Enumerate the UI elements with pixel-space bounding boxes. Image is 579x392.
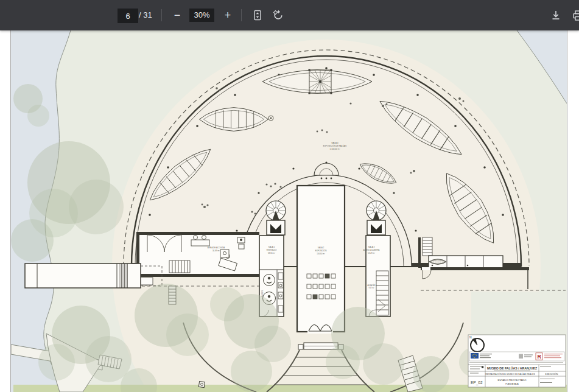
svg-text:9.37 m²: 9.37 m² bbox=[368, 287, 374, 289]
download-button[interactable] bbox=[548, 0, 564, 30]
interior-stairs bbox=[169, 261, 190, 273]
zoom-in-icon: + bbox=[225, 9, 231, 22]
room-label-aseos: ASEOS bbox=[261, 290, 264, 296]
svg-text:EXPOSICIÓN: EXPOSICIÓN bbox=[315, 249, 327, 252]
title-block: N R bbox=[468, 335, 566, 387]
zoom-out-button[interactable]: − bbox=[169, 0, 185, 30]
svg-text:34.89 m²: 34.89 m² bbox=[212, 250, 220, 252]
svg-text:ACCESO A CUBIERTA: ACCESO A CUBIERTA bbox=[363, 249, 380, 251]
svg-text:SALA 2: SALA 2 bbox=[318, 247, 325, 249]
svg-text:53.29 m²: 53.29 m² bbox=[368, 252, 375, 254]
drawing-state: ESTADO PROYECTADO bbox=[497, 379, 527, 382]
micro-text-row bbox=[469, 362, 563, 363]
svg-text:EXPOSICIÓN DE FALÚAS: EXPOSICIÓN DE FALÚAS bbox=[323, 144, 346, 147]
svg-text:156.60 m²: 156.60 m² bbox=[317, 253, 325, 255]
svg-text:SALA 3: SALA 3 bbox=[368, 246, 375, 248]
zoom-in-button[interactable]: + bbox=[220, 0, 236, 30]
svg-text:58.55 m²: 58.55 m² bbox=[268, 252, 275, 254]
sheet-number: EP_02 bbox=[471, 380, 483, 385]
utility-marker bbox=[198, 381, 205, 387]
svg-text:1.100,00 m²: 1.100,00 m² bbox=[329, 148, 340, 150]
toolbar-divider bbox=[161, 9, 162, 21]
spiral-stair-left bbox=[266, 201, 286, 235]
floor-label: PLANTA BAJA bbox=[505, 383, 519, 385]
svg-text:ÁREA DE ACOGIDA: ÁREA DE ACOGIDA bbox=[208, 247, 225, 249]
download-icon bbox=[550, 9, 562, 21]
pdf-page-canvas[interactable]: SALA 4 EXPOSICIÓN DE FALÚAS 1.100,00 m² bbox=[10, 30, 567, 392]
rotate-icon bbox=[272, 9, 284, 21]
svg-text:R: R bbox=[538, 354, 542, 360]
print-button[interactable] bbox=[570, 0, 579, 30]
sala3-roof-access: SALA 3 ACCESO A CUBIERTA 53.29 m² ALMACÉ… bbox=[363, 236, 390, 317]
page-number-input[interactable] bbox=[118, 9, 138, 23]
fit-page-icon bbox=[251, 9, 264, 21]
pdf-toolbar: / 31 − 30% + bbox=[0, 0, 579, 30]
page-total-label: / 31 bbox=[139, 0, 152, 30]
eu-flag-logo bbox=[471, 353, 492, 359]
display-case bbox=[429, 256, 503, 268]
zoom-out-icon: − bbox=[174, 9, 181, 22]
rotate-button[interactable] bbox=[270, 0, 286, 30]
phase-label: EJECUCIÓN bbox=[546, 373, 558, 376]
toolbar-divider bbox=[241, 9, 242, 21]
project-title: MUSEO DE FALÚAS / ARANJUEZ bbox=[487, 366, 538, 370]
svg-text:SALA 1: SALA 1 bbox=[268, 246, 275, 248]
zoom-level[interactable]: 30% bbox=[189, 9, 214, 22]
svg-text:SALA 4: SALA 4 bbox=[331, 142, 338, 144]
print-icon bbox=[572, 9, 579, 21]
fit-page-button[interactable] bbox=[250, 0, 265, 30]
svg-text:N: N bbox=[469, 335, 472, 339]
floor-plan-drawing: SALA 4 EXPOSICIÓN DE FALÚAS 1.100,00 m² bbox=[11, 30, 567, 392]
straight-stair bbox=[376, 271, 388, 315]
svg-text:VESTÍBULO: VESTÍBULO bbox=[267, 249, 278, 251]
seat-grid bbox=[307, 274, 335, 299]
exterior-steps-right bbox=[423, 237, 432, 256]
project-subtitle: RESTAURACIÓN DEL MUSEO DE FALÚAS REALES bbox=[485, 373, 535, 376]
spiral-stair-right bbox=[367, 201, 386, 235]
